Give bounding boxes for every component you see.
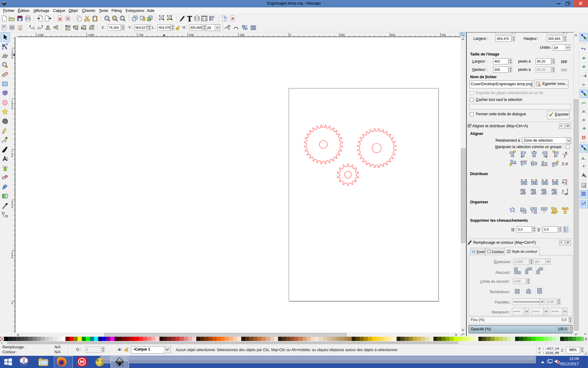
svg-text:-1000: -1000 (87, 33, 94, 36)
svg-text:0: 0 (12, 256, 13, 259)
svg-text:0: 0 (12, 107, 13, 110)
svg-text:a: a (565, 191, 567, 196)
svg-text:y: y (564, 180, 567, 185)
svg-text:-250: -250 (239, 33, 244, 36)
svg-text:-750: -750 (138, 33, 143, 36)
svg-text:-1250: -1250 (37, 33, 44, 36)
svg-text:250: 250 (340, 33, 345, 36)
svg-text:a: a (566, 161, 568, 165)
svg-text:0: 0 (12, 155, 13, 158)
svg-text:0: 0 (12, 302, 13, 305)
svg-text:y: y (561, 188, 564, 193)
svg-text:750: 750 (441, 33, 446, 36)
svg-text:0: 0 (289, 33, 291, 36)
svg-text:y: y (561, 160, 564, 165)
svg-text:500: 500 (390, 33, 395, 36)
svg-text:y: y (563, 153, 566, 158)
svg-text:-500: -500 (188, 33, 194, 36)
svg-text:0: 0 (12, 56, 13, 59)
svg-text:0: 0 (12, 205, 13, 209)
